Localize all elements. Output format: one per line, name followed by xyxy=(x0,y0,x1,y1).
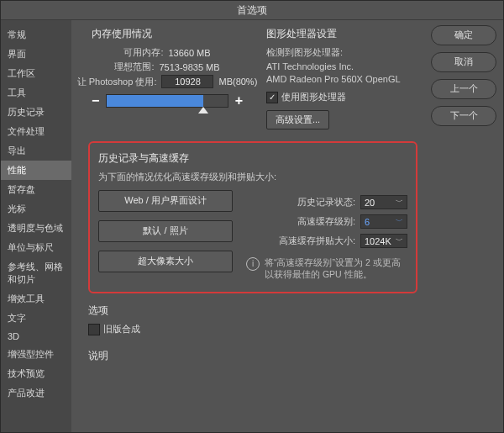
sidebar-item[interactable]: 光标 xyxy=(1,199,71,219)
sidebar-item[interactable]: 界面 xyxy=(1,45,71,64)
sidebar-item[interactable]: 暂存盘 xyxy=(1,180,71,199)
sidebar-item[interactable]: 常规 xyxy=(1,25,71,45)
preset-default-button[interactable]: 默认 / 照片 xyxy=(98,220,233,242)
ps-memory-unit: MB(80%) xyxy=(218,77,257,87)
options-heading: 选项 xyxy=(88,304,417,318)
chevron-down-icon: ﹀ xyxy=(396,197,403,208)
cache-levels-label: 高速缓存级别: xyxy=(297,215,355,228)
legacy-compositing-label: 旧版合成 xyxy=(103,323,140,335)
chevron-down-icon: ﹀ xyxy=(396,235,403,246)
history-cache-highlight: 历史记录与高速缓存 为下面的情况优化高速缓存级别和拼贴大小: Web / 用户界… xyxy=(88,141,417,293)
gpu-section: 图形处理器设置 检测到图形处理器: ATI Technologies Inc. … xyxy=(266,25,417,129)
sidebar-item[interactable]: 透明度与色域 xyxy=(1,219,71,238)
sidebar-item[interactable]: 文件处理 xyxy=(1,122,71,141)
prev-button[interactable]: 上一个 xyxy=(431,79,496,99)
cache-tile-value: 1024K xyxy=(365,236,391,246)
sidebar-item[interactable]: 工作区 xyxy=(1,64,71,83)
cache-tile-dropdown[interactable]: 1024K ﹀ xyxy=(360,234,407,248)
sidebar-item[interactable]: 参考线、网格和切片 xyxy=(1,257,71,289)
memory-slider-fill xyxy=(107,95,203,107)
ideal-range-value: 7513-9835 MB xyxy=(159,62,219,72)
window-title: 首选项 xyxy=(1,1,503,20)
sidebar-item[interactable]: 技术预览 xyxy=(1,364,71,383)
gpu-hint-text: 将“高速缓存级别”设置为 2 或更高以获得最佳的 GPU 性能。 xyxy=(265,256,407,280)
cache-levels-value: 6 xyxy=(365,217,370,227)
gpu-vendor: ATI Technologies Inc. xyxy=(266,61,417,71)
ideal-range-label: 理想范围: xyxy=(114,61,154,73)
legacy-compositing-checkbox[interactable]: 旧版合成 xyxy=(88,323,417,335)
gpu-advanced-button[interactable]: 高级设置... xyxy=(266,110,329,129)
next-button[interactable]: 下一个 xyxy=(431,106,496,126)
info-icon: i xyxy=(246,257,260,271)
let-ps-use-label: 让 Photoshop 使用: xyxy=(77,76,157,88)
sidebar-item[interactable]: 工具 xyxy=(1,83,71,103)
preset-huge-pixels-button[interactable]: 超大像素大小 xyxy=(98,251,233,272)
history-states-value: 20 xyxy=(365,198,375,208)
cache-tile-label: 高速缓存拼贴大小: xyxy=(279,235,355,247)
memory-decrease-button[interactable]: − xyxy=(92,93,99,108)
sidebar-item[interactable]: 增效工具 xyxy=(1,289,71,309)
available-ram-value: 13660 MB xyxy=(168,48,210,58)
sidebar-item[interactable]: 3D xyxy=(1,328,71,345)
use-gpu-checkbox[interactable]: ✓ 使用图形处理器 xyxy=(266,91,417,103)
optimize-label: 为下面的情况优化高速缓存级别和拼贴大小: xyxy=(98,171,407,183)
sidebar-item[interactable]: 性能 xyxy=(1,161,71,180)
history-cache-heading: 历史记录与高速缓存 xyxy=(98,151,407,166)
sidebar-item[interactable]: 导出 xyxy=(1,141,71,161)
memory-increase-button[interactable]: + xyxy=(235,93,243,108)
checkmark-icon: ✓ xyxy=(266,92,278,103)
cache-levels-dropdown[interactable]: 6 ﹀ xyxy=(360,214,407,229)
gpu-heading: 图形处理器设置 xyxy=(266,27,417,41)
use-gpu-label: 使用图形处理器 xyxy=(281,91,346,103)
description-heading: 说明 xyxy=(88,349,417,363)
sidebar-item[interactable]: 单位与标尺 xyxy=(1,238,71,257)
preset-web-button[interactable]: Web / 用户界面设计 xyxy=(98,190,233,212)
ps-memory-input[interactable]: 10928 xyxy=(161,75,213,88)
sidebar-item[interactable]: 产品改进 xyxy=(1,383,71,403)
available-ram-label: 可用内存: xyxy=(123,46,163,59)
sidebar-item[interactable]: 增强型控件 xyxy=(1,345,71,364)
cancel-button[interactable]: 取消 xyxy=(431,52,496,72)
memory-slider-thumb[interactable] xyxy=(198,107,208,114)
memory-section: 内存使用情况 可用内存: 13660 MB 理想范围: 7513-9835 MB… xyxy=(88,25,246,129)
ok-button[interactable]: 确定 xyxy=(431,25,496,45)
memory-heading: 内存使用情况 xyxy=(92,27,243,41)
sidebar-item[interactable]: 历史记录 xyxy=(1,103,71,122)
preferences-window: 首选项 常规界面工作区工具历史记录文件处理导出性能暂存盘光标透明度与色域单位与标… xyxy=(0,0,504,433)
sidebar-item[interactable]: 文字 xyxy=(1,309,71,328)
history-states-label: 历史记录状态: xyxy=(297,196,355,209)
checkbox-box-icon xyxy=(88,324,100,335)
chevron-down-icon: ﹀ xyxy=(396,216,403,227)
gpu-model: AMD Radeon Pro 560X OpenGL xyxy=(266,74,417,84)
memory-slider[interactable] xyxy=(106,94,228,108)
history-states-dropdown[interactable]: 20 ﹀ xyxy=(360,195,407,209)
gpu-detected-label: 检测到图形处理器: xyxy=(266,46,417,59)
category-sidebar: 常规界面工作区工具历史记录文件处理导出性能暂存盘光标透明度与色域单位与标尺参考线… xyxy=(1,20,71,433)
dialog-buttons: 确定 取消 上一个 下一个 xyxy=(424,20,503,433)
